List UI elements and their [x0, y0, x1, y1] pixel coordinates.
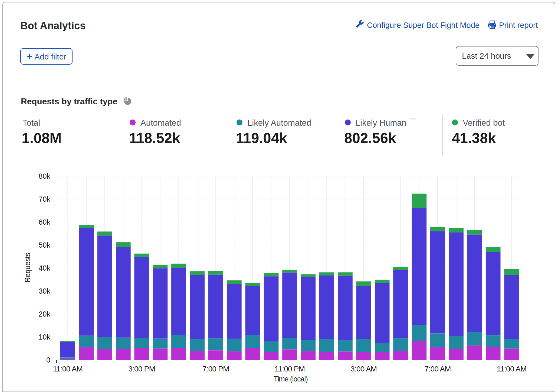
svg-text:30k: 30k [38, 287, 50, 295]
svg-text:3:00 AM: 3:00 AM [350, 365, 377, 373]
svg-text:11:00 AM: 11:00 AM [53, 365, 83, 373]
svg-text:80k: 80k [38, 172, 50, 180]
svg-text:10k: 10k [38, 333, 50, 341]
svg-text:3:00 PM: 3:00 PM [128, 365, 155, 373]
svg-text:Requests: Requests [24, 253, 32, 283]
svg-text:7:00 AM: 7:00 AM [425, 365, 451, 373]
svg-text:11:00 PM: 11:00 PM [275, 365, 305, 373]
svg-text:70k: 70k [38, 195, 50, 203]
svg-text:60k: 60k [38, 218, 50, 226]
svg-text:20k: 20k [38, 310, 50, 318]
svg-text:40k: 40k [38, 264, 50, 272]
svg-text:50k: 50k [38, 241, 50, 249]
svg-text:11:00 AM: 11:00 AM [497, 365, 527, 373]
svg-text:Time (local): Time (local) [274, 375, 308, 383]
svg-text:7:00 PM: 7:00 PM [202, 365, 229, 373]
svg-text:0: 0 [46, 356, 50, 364]
